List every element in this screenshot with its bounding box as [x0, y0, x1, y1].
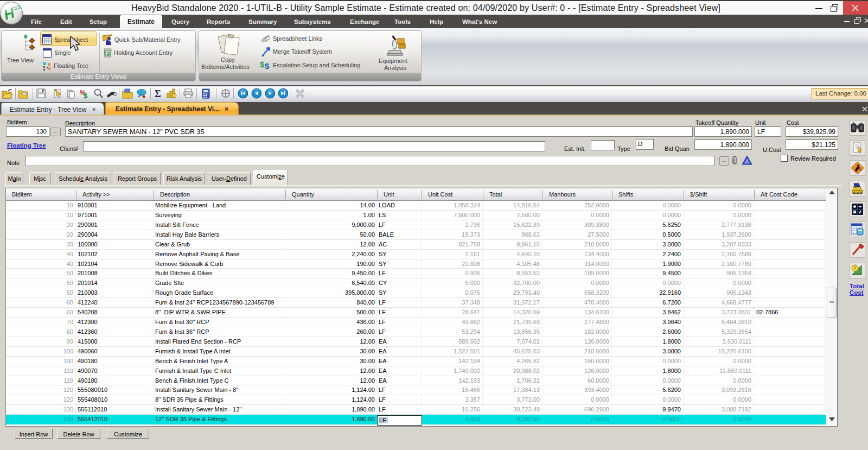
- svg-text:$: $: [265, 61, 270, 69]
- svg-text:$: $: [84, 92, 88, 99]
- svg-text:S: S: [106, 50, 110, 56]
- svg-text:$: $: [260, 60, 265, 69]
- svg-text:Σ: Σ: [155, 88, 161, 99]
